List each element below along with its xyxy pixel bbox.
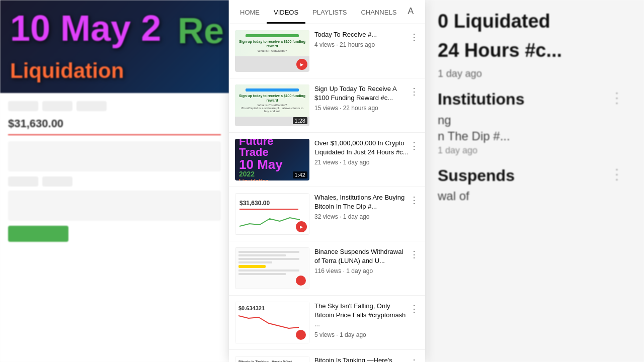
video-info: Bitcoin Is Tanking —Here's What Institut…: [314, 356, 419, 362]
video-info: Sign Up Today To Receive A $100 Funding …: [314, 84, 419, 126]
video-info: Binance Suspends Withdrawal of Terra (LU…: [314, 247, 419, 289]
video-info: The Sky Isn't Falling, Only Bitcoin Pric…: [314, 302, 419, 343]
video-info: Today To Receive #... 4 views · 21 hours…: [314, 30, 419, 72]
video-thumbnail: [235, 247, 309, 289]
tab-playlists[interactable]: PLAYLISTS: [305, 3, 354, 24]
video-item[interactable]: Sign up today to receive a $100 funding …: [229, 78, 425, 133]
video-item[interactable]: Binance Suspends Withdrawal of Terra (LU…: [229, 241, 425, 296]
channel-logo: [296, 59, 307, 70]
video-thumbnail: $31,630.00: [235, 193, 309, 235]
tab-channels[interactable]: CHANNELS: [354, 3, 404, 24]
video-title: The Sky Isn't Falling, Only Bitcoin Pric…: [314, 302, 409, 329]
more-options-button[interactable]: ⋮: [407, 193, 421, 207]
video-meta: 116 views · 1 day ago: [314, 267, 409, 275]
channel-logo: [296, 330, 306, 340]
video-list: Sign up today to receive a $100 funding …: [229, 24, 425, 362]
video-item[interactable]: Future Trade 10 May 2022 Liquidation 1:4…: [229, 133, 425, 187]
video-item[interactable]: Bitcoin Is Tanking - Here's What Institu…: [229, 350, 425, 362]
video-meta: 32 views · 1 day ago: [314, 213, 409, 220]
tab-bar: HOME VIDEOS PLAYLISTS CHANNELS A: [229, 0, 425, 24]
video-info: Whales, Institutions Are Buying Bitcoin …: [314, 193, 419, 235]
more-options-button[interactable]: ⋮: [407, 84, 421, 99]
duration-badge: 1:28: [293, 117, 307, 124]
bg-left-panel: 10 May 2 Re Liquidation $31,630.00: [0, 0, 229, 362]
video-item[interactable]: $0.634321 The Sky Isn't Falling, Only Bi…: [229, 296, 425, 350]
bg-right-panel: 0 Liquidated 24 Hours #c... 1 day ago ⋮ …: [428, 0, 644, 362]
channel-logo: [296, 221, 307, 232]
video-title: Bitcoin Is Tanking —Here's What Institut…: [314, 356, 409, 362]
more-options-button[interactable]: ⋮: [407, 30, 421, 44]
video-title: Sign Up Today To Receive A $100 Funding …: [314, 84, 409, 103]
video-item[interactable]: $31,630.00 Whales, Institutions Are Buyi…: [229, 187, 425, 241]
channel-logo: [296, 276, 306, 286]
main-panel: HOME VIDEOS PLAYLISTS CHANNELS A Sign up…: [229, 0, 425, 362]
video-meta: 21 views · 1 day ago: [314, 159, 409, 166]
video-item[interactable]: Sign up today to receive a $100 funding …: [229, 24, 425, 78]
video-thumbnail: Bitcoin Is Tanking - Here's What Institu…: [235, 356, 309, 362]
tab-home[interactable]: HOME: [233, 3, 267, 24]
video-thumbnail: Sign up today to receive a $100 funding …: [235, 84, 309, 126]
more-options-button[interactable]: ⋮: [407, 247, 421, 261]
video-thumbnail: Future Trade 10 May 2022 Liquidation 1:4…: [235, 139, 309, 180]
tab-videos[interactable]: VIDEOS: [267, 3, 305, 24]
video-title: Today To Receive #...: [314, 30, 409, 39]
video-info: Over $1,000,000,000 In Crypto Liquidated…: [314, 139, 419, 180]
video-title: Binance Suspends Withdrawal of Terra (LU…: [314, 247, 409, 265]
video-title: Over $1,000,000,000 In Crypto Liquidated…: [314, 139, 409, 157]
more-options-button[interactable]: ⋮: [407, 302, 421, 316]
duration-badge: 1:42: [293, 171, 307, 178]
more-options-button[interactable]: ⋮: [407, 139, 421, 153]
video-title: Whales, Institutions Are Buying Bitcoin …: [314, 193, 409, 211]
tab-more[interactable]: A: [404, 1, 418, 22]
video-thumbnail: $0.634321: [235, 302, 309, 343]
video-meta: 4 views · 21 hours ago: [314, 41, 409, 48]
video-meta: 15 views · 22 hours ago: [314, 105, 409, 112]
video-thumbnail: Sign up today to receive a $100 funding …: [235, 30, 309, 72]
video-meta: 5 views · 1 day ago: [314, 331, 409, 338]
